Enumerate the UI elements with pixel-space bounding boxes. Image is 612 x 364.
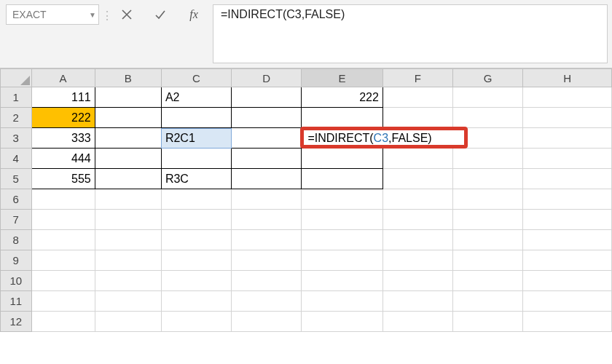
col-header-F[interactable]: F [382, 69, 452, 87]
cell-A1[interactable]: 111 [31, 87, 95, 108]
cell-B12[interactable] [95, 312, 161, 332]
row-header-7[interactable]: 7 [1, 210, 32, 230]
cell-E2[interactable] [302, 108, 382, 128]
row-header-2[interactable]: 2 [1, 108, 32, 128]
col-header-E[interactable]: E [302, 69, 382, 87]
cell-C2[interactable] [161, 108, 231, 128]
cell-B7[interactable] [95, 210, 161, 230]
cell-A5[interactable]: 555 [31, 169, 95, 189]
cell-D1[interactable] [232, 87, 302, 108]
cell-F12[interactable] [382, 312, 452, 332]
col-header-H[interactable]: H [523, 69, 612, 87]
cell-C10[interactable] [161, 271, 231, 291]
cell-H5[interactable] [523, 169, 612, 189]
cell-G4[interactable] [453, 149, 523, 169]
cell-H8[interactable] [523, 230, 612, 250]
col-header-C[interactable]: C [161, 69, 231, 87]
cell-E10[interactable] [302, 271, 382, 291]
cell-B8[interactable] [95, 230, 161, 250]
cell-E3[interactable]: =INDIRECT(C3,FALSE) [302, 128, 382, 149]
row-header-9[interactable]: 9 [1, 250, 32, 271]
cell-E9[interactable] [302, 250, 382, 271]
col-header-G[interactable]: G [453, 69, 523, 87]
cell-C5[interactable]: R3C [161, 169, 231, 189]
cell-H11[interactable] [523, 291, 612, 312]
chevron-down-icon[interactable]: ▼ [89, 11, 96, 19]
cell-B9[interactable] [95, 250, 161, 271]
cell-F2[interactable] [382, 108, 452, 128]
col-header-B[interactable]: B [95, 69, 161, 87]
row-header-8[interactable]: 8 [1, 230, 32, 250]
cell-A8[interactable] [31, 230, 95, 250]
row-header-4[interactable]: 4 [1, 149, 32, 169]
cell-G7[interactable] [453, 210, 523, 230]
cell-A9[interactable] [31, 250, 95, 271]
col-header-A[interactable]: A [31, 69, 95, 87]
cell-G2[interactable] [453, 108, 523, 128]
cell-H9[interactable] [523, 250, 612, 271]
cell-C9[interactable] [161, 250, 231, 271]
cell-F10[interactable] [382, 271, 452, 291]
cell-H1[interactable] [523, 87, 612, 108]
cell-D5[interactable] [232, 169, 302, 189]
name-box[interactable]: EXACT ▼ [6, 4, 99, 25]
cell-A3[interactable]: 333 [31, 128, 95, 149]
cell-B5[interactable] [95, 169, 161, 189]
row-header-1[interactable]: 1 [1, 87, 32, 108]
cell-F4[interactable] [382, 149, 452, 169]
cell-H6[interactable] [523, 189, 612, 210]
cell-H7[interactable] [523, 210, 612, 230]
cell-H12[interactable] [523, 312, 612, 332]
cell-B3[interactable] [95, 128, 161, 149]
cell-D2[interactable] [232, 108, 302, 128]
cell-G11[interactable] [453, 291, 523, 312]
enter-button[interactable] [153, 7, 168, 22]
cell-D4[interactable] [232, 149, 302, 169]
row-header-12[interactable]: 12 [1, 312, 32, 332]
cell-H4[interactable] [523, 149, 612, 169]
cell-B4[interactable] [95, 149, 161, 169]
cell-E6[interactable] [302, 189, 382, 210]
cell-A11[interactable] [31, 291, 95, 312]
cell-E12[interactable] [302, 312, 382, 332]
cell-C12[interactable] [161, 312, 231, 332]
cell-E5[interactable] [302, 169, 382, 189]
cell-D9[interactable] [232, 250, 302, 271]
cell-A4[interactable]: 444 [31, 149, 95, 169]
formula-input[interactable]: =INDIRECT(C3,FALSE) [213, 4, 608, 63]
cell-G1[interactable] [453, 87, 523, 108]
select-all-corner[interactable] [1, 69, 32, 87]
row-header-10[interactable]: 10 [1, 271, 32, 291]
row-header-5[interactable]: 5 [1, 169, 32, 189]
cell-B11[interactable] [95, 291, 161, 312]
cell-G5[interactable] [453, 169, 523, 189]
cell-G6[interactable] [453, 189, 523, 210]
cell-F11[interactable] [382, 291, 452, 312]
cell-A12[interactable] [31, 312, 95, 332]
cell-B6[interactable] [95, 189, 161, 210]
cell-F1[interactable] [382, 87, 452, 108]
cell-C11[interactable] [161, 291, 231, 312]
cell-G10[interactable] [453, 271, 523, 291]
row-header-6[interactable]: 6 [1, 189, 32, 210]
cell-H2[interactable] [523, 108, 612, 128]
cell-B1[interactable] [95, 87, 161, 108]
cell-E4[interactable] [302, 149, 382, 169]
cell-D10[interactable] [232, 271, 302, 291]
row-header-11[interactable]: 11 [1, 291, 32, 312]
cell-G9[interactable] [453, 250, 523, 271]
cell-A10[interactable] [31, 271, 95, 291]
row-header-3[interactable]: 3 [1, 128, 32, 149]
cell-E7[interactable] [302, 210, 382, 230]
spreadsheet-grid[interactable]: A B C D E F G H 1 111 A2 222 [0, 68, 612, 332]
cell-A6[interactable] [31, 189, 95, 210]
cell-F9[interactable] [382, 250, 452, 271]
cell-D3[interactable] [232, 128, 302, 149]
cell-D11[interactable] [232, 291, 302, 312]
cell-H3[interactable] [523, 128, 612, 149]
cell-C4[interactable] [161, 149, 231, 169]
cell-B2[interactable] [95, 108, 161, 128]
cell-H10[interactable] [523, 271, 612, 291]
cell-F8[interactable] [382, 230, 452, 250]
cell-C6[interactable] [161, 189, 231, 210]
